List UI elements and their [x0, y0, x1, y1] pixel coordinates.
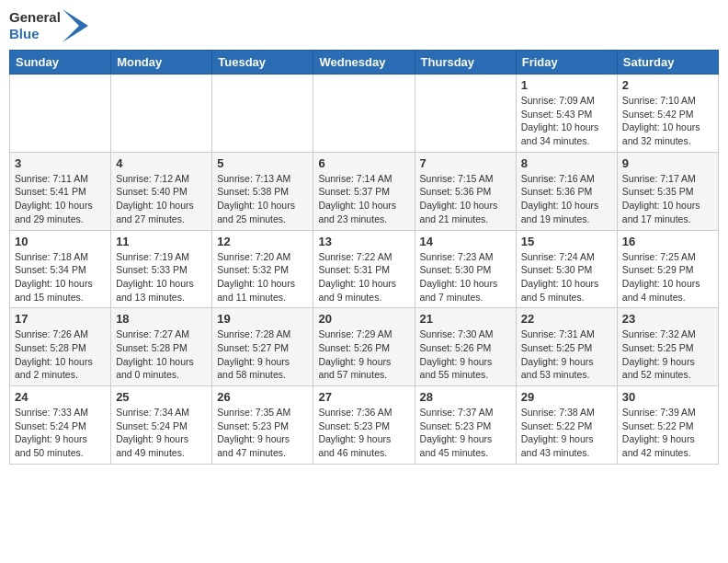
day-number: 14	[420, 235, 511, 248]
day-number: 17	[15, 312, 106, 326]
day-number: 23	[622, 312, 713, 326]
weekday-header-friday: Friday	[516, 51, 617, 75]
day-info: Sunrise: 7:29 AM Sunset: 5:26 PM Dayligh…	[318, 327, 409, 382]
weekday-header-monday: Monday	[111, 51, 212, 75]
day-info: Sunrise: 7:37 AM Sunset: 5:23 PM Dayligh…	[420, 406, 511, 460]
logo-arrow-icon	[63, 9, 88, 42]
calendar-table: SundayMondayTuesdayWednesdayThursdayFrid…	[9, 50, 719, 465]
day-info: Sunrise: 7:32 AM Sunset: 5:25 PM Dayligh…	[622, 327, 713, 382]
day-cell: 30Sunrise: 7:39 AM Sunset: 5:22 PM Dayli…	[617, 386, 718, 465]
day-cell: 10Sunrise: 7:18 AM Sunset: 5:34 PM Dayli…	[10, 230, 111, 308]
day-info: Sunrise: 7:38 AM Sunset: 5:22 PM Dayligh…	[521, 406, 612, 460]
day-cell: 20Sunrise: 7:29 AM Sunset: 5:26 PM Dayli…	[313, 308, 415, 386]
day-cell: 6Sunrise: 7:14 AM Sunset: 5:37 PM Daylig…	[313, 152, 415, 230]
day-number: 4	[116, 156, 207, 170]
weekday-header-sunday: Sunday	[10, 51, 111, 75]
day-number: 12	[217, 235, 308, 248]
day-info: Sunrise: 7:17 AM Sunset: 5:35 PM Dayligh…	[622, 172, 713, 226]
day-number: 22	[521, 312, 612, 326]
weekday-header-saturday: Saturday	[617, 51, 718, 75]
day-cell: 23Sunrise: 7:32 AM Sunset: 5:25 PM Dayli…	[617, 308, 718, 386]
weekday-header-thursday: Thursday	[415, 51, 516, 75]
day-number: 1	[521, 78, 612, 92]
day-cell	[415, 75, 516, 153]
day-cell: 9Sunrise: 7:17 AM Sunset: 5:35 PM Daylig…	[617, 152, 718, 230]
day-info: Sunrise: 7:14 AM Sunset: 5:37 PM Dayligh…	[318, 172, 409, 226]
day-info: Sunrise: 7:24 AM Sunset: 5:30 PM Dayligh…	[521, 250, 612, 304]
week-row-5: 24Sunrise: 7:33 AM Sunset: 5:24 PM Dayli…	[10, 386, 719, 465]
day-number: 8	[521, 156, 612, 170]
day-info: Sunrise: 7:23 AM Sunset: 5:30 PM Dayligh…	[420, 250, 511, 304]
day-info: Sunrise: 7:20 AM Sunset: 5:32 PM Dayligh…	[217, 250, 308, 304]
day-info: Sunrise: 7:12 AM Sunset: 5:40 PM Dayligh…	[116, 172, 207, 226]
day-cell	[10, 75, 111, 153]
day-cell: 8Sunrise: 7:16 AM Sunset: 5:36 PM Daylig…	[516, 152, 617, 230]
day-cell	[212, 75, 313, 153]
page-header: General Blue	[9, 9, 719, 42]
day-cell: 14Sunrise: 7:23 AM Sunset: 5:30 PM Dayli…	[415, 230, 516, 308]
day-number: 29	[521, 390, 612, 404]
logo-general-text: General	[9, 9, 61, 26]
day-cell: 7Sunrise: 7:15 AM Sunset: 5:36 PM Daylig…	[415, 152, 516, 230]
day-cell: 25Sunrise: 7:34 AM Sunset: 5:24 PM Dayli…	[111, 386, 212, 465]
day-info: Sunrise: 7:25 AM Sunset: 5:29 PM Dayligh…	[622, 250, 713, 304]
day-info: Sunrise: 7:28 AM Sunset: 5:27 PM Dayligh…	[217, 327, 308, 382]
day-number: 21	[420, 312, 511, 326]
week-row-4: 17Sunrise: 7:26 AM Sunset: 5:28 PM Dayli…	[10, 308, 719, 386]
weekday-header-row: SundayMondayTuesdayWednesdayThursdayFrid…	[10, 51, 719, 75]
day-info: Sunrise: 7:34 AM Sunset: 5:24 PM Dayligh…	[116, 406, 207, 460]
day-cell: 18Sunrise: 7:27 AM Sunset: 5:28 PM Dayli…	[111, 308, 212, 386]
day-info: Sunrise: 7:33 AM Sunset: 5:24 PM Dayligh…	[15, 406, 106, 460]
day-number: 7	[420, 156, 511, 170]
day-cell: 4Sunrise: 7:12 AM Sunset: 5:40 PM Daylig…	[111, 152, 212, 230]
day-number: 28	[420, 390, 511, 404]
day-info: Sunrise: 7:26 AM Sunset: 5:28 PM Dayligh…	[15, 327, 106, 382]
day-number: 19	[217, 312, 308, 326]
day-number: 26	[217, 390, 308, 404]
day-number: 27	[318, 390, 409, 404]
day-info: Sunrise: 7:15 AM Sunset: 5:36 PM Dayligh…	[420, 172, 511, 226]
day-cell: 28Sunrise: 7:37 AM Sunset: 5:23 PM Dayli…	[415, 386, 516, 465]
logo-container: General Blue	[9, 9, 88, 42]
day-info: Sunrise: 7:27 AM Sunset: 5:28 PM Dayligh…	[116, 327, 207, 382]
day-cell: 26Sunrise: 7:35 AM Sunset: 5:23 PM Dayli…	[212, 386, 313, 465]
day-info: Sunrise: 7:10 AM Sunset: 5:42 PM Dayligh…	[622, 94, 713, 148]
day-number: 11	[116, 235, 207, 248]
weekday-header-tuesday: Tuesday	[212, 51, 313, 75]
day-number: 2	[622, 78, 713, 92]
day-cell	[111, 75, 212, 153]
day-cell: 11Sunrise: 7:19 AM Sunset: 5:33 PM Dayli…	[111, 230, 212, 308]
day-cell: 19Sunrise: 7:28 AM Sunset: 5:27 PM Dayli…	[212, 308, 313, 386]
day-cell: 29Sunrise: 7:38 AM Sunset: 5:22 PM Dayli…	[516, 386, 617, 465]
day-info: Sunrise: 7:11 AM Sunset: 5:41 PM Dayligh…	[15, 172, 106, 226]
day-cell: 15Sunrise: 7:24 AM Sunset: 5:30 PM Dayli…	[516, 230, 617, 308]
day-info: Sunrise: 7:22 AM Sunset: 5:31 PM Dayligh…	[318, 250, 409, 304]
day-number: 15	[521, 235, 612, 248]
day-info: Sunrise: 7:19 AM Sunset: 5:33 PM Dayligh…	[116, 250, 207, 304]
day-cell: 16Sunrise: 7:25 AM Sunset: 5:29 PM Dayli…	[617, 230, 718, 308]
day-cell: 17Sunrise: 7:26 AM Sunset: 5:28 PM Dayli…	[10, 308, 111, 386]
day-cell: 12Sunrise: 7:20 AM Sunset: 5:32 PM Dayli…	[212, 230, 313, 308]
day-info: Sunrise: 7:36 AM Sunset: 5:23 PM Dayligh…	[318, 406, 409, 460]
day-number: 9	[622, 156, 713, 170]
day-cell: 5Sunrise: 7:13 AM Sunset: 5:38 PM Daylig…	[212, 152, 313, 230]
day-info: Sunrise: 7:35 AM Sunset: 5:23 PM Dayligh…	[217, 406, 308, 460]
day-cell: 24Sunrise: 7:33 AM Sunset: 5:24 PM Dayli…	[10, 386, 111, 465]
day-info: Sunrise: 7:18 AM Sunset: 5:34 PM Dayligh…	[15, 250, 106, 304]
day-cell: 1Sunrise: 7:09 AM Sunset: 5:43 PM Daylig…	[516, 75, 617, 153]
day-number: 3	[15, 156, 106, 170]
day-number: 13	[318, 235, 409, 248]
day-cell: 3Sunrise: 7:11 AM Sunset: 5:41 PM Daylig…	[10, 152, 111, 230]
week-row-1: 1Sunrise: 7:09 AM Sunset: 5:43 PM Daylig…	[10, 75, 719, 153]
day-info: Sunrise: 7:16 AM Sunset: 5:36 PM Dayligh…	[521, 172, 612, 226]
day-info: Sunrise: 7:13 AM Sunset: 5:38 PM Dayligh…	[217, 172, 308, 226]
day-cell: 2Sunrise: 7:10 AM Sunset: 5:42 PM Daylig…	[617, 75, 718, 153]
day-number: 25	[116, 390, 207, 404]
logo: General Blue	[9, 9, 88, 42]
day-info: Sunrise: 7:09 AM Sunset: 5:43 PM Dayligh…	[521, 94, 612, 148]
logo-blue-text: Blue	[9, 26, 61, 42]
day-number: 30	[622, 390, 713, 404]
day-number: 5	[217, 156, 308, 170]
logo-text-block: General Blue	[9, 9, 61, 42]
weekday-header-wednesday: Wednesday	[313, 51, 415, 75]
